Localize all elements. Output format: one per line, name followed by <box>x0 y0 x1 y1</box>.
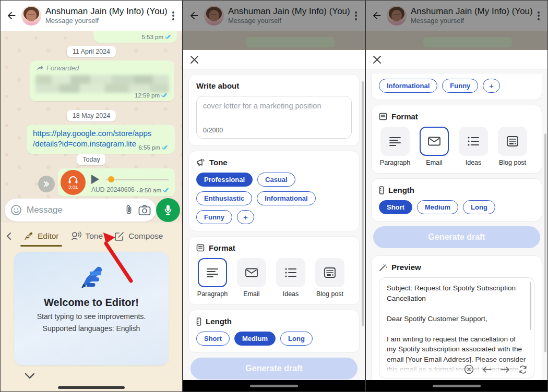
double-check-icon <box>163 188 171 193</box>
generate-draft-button[interactable]: Generate draft <box>190 358 358 379</box>
length-section-icon <box>196 317 201 326</box>
tab-compose[interactable]: Compose <box>110 228 167 244</box>
tone-icon <box>70 231 82 241</box>
tone-chip-add[interactable]: + <box>483 79 500 93</box>
length-chip-short[interactable]: Short <box>379 200 412 214</box>
blog-post-icon <box>324 267 336 278</box>
close-icon[interactable] <box>190 55 199 64</box>
format-card: Format Paragraph Email Ide <box>371 105 542 174</box>
length-card: Length Short Medium Long <box>188 310 360 353</box>
audio-duration: 3:01 <box>68 185 78 190</box>
welcome-title: Welcome to Editor! <box>14 297 169 309</box>
date-chip: 18 May 2024 <box>67 110 116 121</box>
tone-card: Tone Professional Casual Enthusiastic In… <box>188 151 360 231</box>
audio-message-bubble[interactable]: 3:01 AUD-20240606-... 9:50 am <box>58 168 175 197</box>
format-option-ideas[interactable]: Ideas <box>275 258 307 298</box>
more-options-icon[interactable] <box>170 10 177 21</box>
email-icon <box>427 136 441 146</box>
welcome-line2: Supported languages: English <box>14 324 169 333</box>
collapse-left-icon[interactable] <box>6 232 12 240</box>
play-button[interactable] <box>91 175 99 184</box>
redo-arrow-icon[interactable] <box>500 366 510 373</box>
close-icon[interactable] <box>373 55 382 64</box>
tone-chip-informational[interactable]: Informational <box>257 191 315 205</box>
message-link-line1[interactable]: https://play.google.com/store/apps <box>33 128 170 139</box>
write-about-input[interactable] <box>203 102 345 124</box>
editor-welcome-area: Welcome to Editor! Start typing to see i… <box>1 250 182 391</box>
tone-chip-add[interactable]: + <box>237 210 254 224</box>
message-time: 12:59 pm <box>135 92 160 99</box>
length-chip-long[interactable]: Long <box>463 200 495 214</box>
home-indicator[interactable] <box>433 385 481 387</box>
audio-progress-handle[interactable] <box>108 176 114 182</box>
format-option-blog[interactable]: Blog post <box>314 258 346 298</box>
message-bubble-partial[interactable]: 5:53 pm <box>93 31 177 43</box>
undo-arrow-icon[interactable] <box>482 366 492 373</box>
sheet-scrollbar[interactable] <box>362 81 364 326</box>
link-message-bubble[interactable]: https://play.google.com/store/apps /deta… <box>27 125 175 154</box>
tone-chip-professional[interactable]: Professional <box>196 173 253 187</box>
emoji-icon[interactable] <box>10 204 22 216</box>
back-icon[interactable] <box>6 10 17 21</box>
tone-chip-enthusiastic[interactable]: Enthusiastic <box>196 191 252 205</box>
regenerate-icon[interactable] <box>518 365 528 374</box>
length-chip-long[interactable]: Long <box>280 332 313 346</box>
message-input[interactable] <box>27 205 120 215</box>
chat-subtitle: Message yourself <box>45 17 165 25</box>
compose-sheet: Write about 0/2000 Tone Professional Cas… <box>183 50 365 380</box>
panel-compose-result: Anshuman Jain (My Info) (You) Message yo… <box>365 0 548 392</box>
attachment-icon[interactable] <box>124 204 134 216</box>
length-card: Length Short Medium Long <box>371 178 542 222</box>
format-option-paragraph[interactable]: Paragraph <box>379 127 411 166</box>
format-option-email[interactable]: Email <box>418 127 450 166</box>
tab-editor[interactable]: Editor <box>19 228 63 244</box>
modal-scrim[interactable] <box>366 1 547 50</box>
length-section-icon <box>379 186 384 194</box>
audio-progress-track[interactable] <box>106 179 169 180</box>
format-option-ideas[interactable]: Ideas <box>457 127 490 166</box>
voice-record-button[interactable] <box>156 198 180 222</box>
tone-chip-casual[interactable]: Casual <box>257 173 295 187</box>
editor-toolbar: Editor Tone Compose <box>1 223 182 250</box>
paragraph-icon <box>388 136 402 147</box>
tab-tone[interactable]: Tone <box>66 228 108 244</box>
dismiss-result-icon[interactable] <box>464 364 474 374</box>
ideas-icon <box>467 136 480 147</box>
sheet-scrollbar[interactable] <box>544 133 546 352</box>
avatar[interactable] <box>21 6 41 26</box>
tone-chip-funny[interactable]: Funny <box>442 79 478 93</box>
modal-scrim[interactable] <box>183 1 365 50</box>
format-section-icon <box>379 113 387 120</box>
forward-share-button[interactable] <box>38 176 55 192</box>
camera-icon[interactable] <box>138 205 151 215</box>
length-chip-medium[interactable]: Medium <box>417 200 458 214</box>
write-about-box[interactable]: 0/2000 <box>196 96 352 139</box>
length-chip-medium[interactable]: Medium <box>234 332 276 346</box>
forwarded-message-bubble[interactable]: Forwarded 12:59 pm <box>30 60 174 101</box>
message-input-bar <box>5 199 156 222</box>
home-indicator[interactable] <box>58 386 125 389</box>
chat-header: Anshuman Jain (My Info) (You) Message yo… <box>1 1 182 31</box>
welcome-card: Welcome to Editor! Start typing to see i… <box>14 252 169 365</box>
tone-card-partial: Informational Funny + <box>371 74 542 100</box>
mic-icon <box>163 204 173 216</box>
tone-chip-informational[interactable]: Informational <box>379 79 437 93</box>
write-about-label: Write about <box>196 81 352 90</box>
panel-compose-form: Anshuman Jain (My Info) (You) Message yo… <box>183 0 365 392</box>
format-option-blog[interactable]: Blog post <box>496 127 529 166</box>
preview-wand-icon <box>379 263 387 272</box>
message-time: 6:55 pm <box>138 144 160 151</box>
length-chip-short[interactable]: Short <box>196 332 230 346</box>
preview-scrollbar[interactable] <box>530 282 531 330</box>
format-card: Format Paragraph Email Ide <box>188 236 360 305</box>
preview-box[interactable]: Subject: Request for Spotify Subscriptio… <box>379 277 534 378</box>
forward-arrow-icon <box>43 181 50 187</box>
tone-chip-funny[interactable]: Funny <box>196 210 232 224</box>
ideas-icon <box>284 267 297 278</box>
forwarded-label: Forwarded <box>46 64 79 72</box>
format-option-email[interactable]: Email <box>235 258 268 298</box>
generate-draft-button[interactable]: Generate draft <box>373 226 540 248</box>
chevron-down-icon[interactable] <box>25 373 35 379</box>
format-option-paragraph[interactable]: Paragraph <box>196 258 229 298</box>
home-indicator[interactable] <box>250 385 298 387</box>
